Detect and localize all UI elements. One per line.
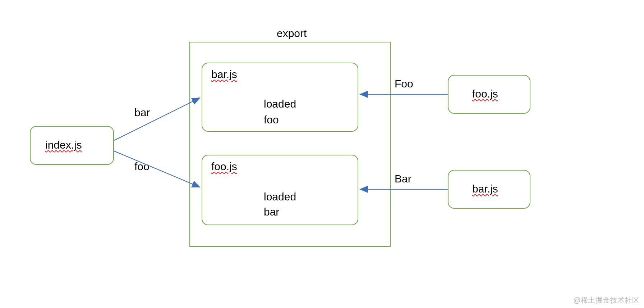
node-index-label: index.js [45,139,82,151]
watermark: @稀土掘金技术社区 [573,295,640,305]
edge-label-foo: foo [134,160,150,173]
edge-label-bar-cap: Bar [395,173,411,185]
svg-line-1 [114,151,200,187]
node-bar-module-body2: foo [264,114,279,126]
edge-label-foo-cap: Foo [395,78,413,90]
node-bar-module-body1: loaded [264,98,296,110]
svg-line-0 [114,98,200,140]
node-foo-module-body2: bar [264,206,279,218]
node-foo-module-name: foo.js [211,160,237,173]
node-right-foo-label: foo.js [472,88,498,100]
export-title: export [277,27,307,40]
edge-label-bar: bar [134,107,150,119]
node-foo-module-body1: loaded [264,191,296,203]
node-bar-module-name: bar.js [211,68,237,81]
node-right-bar-label: bar.js [472,183,498,195]
